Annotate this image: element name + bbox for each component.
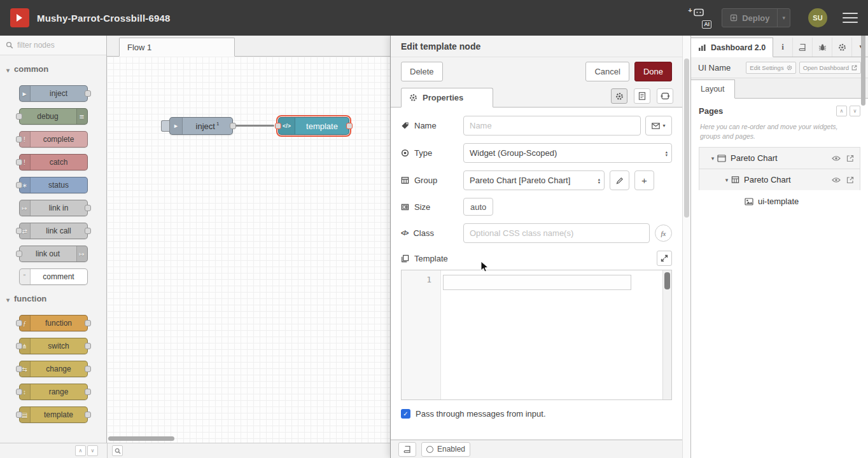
tab-flow-1[interactable]: Flow 1 [119,38,235,57]
tab-info[interactable]: i [773,38,793,57]
edit-group-button[interactable] [610,170,629,190]
palette-expand-button[interactable]: ∨ [87,445,98,456]
tray-scrollbar[interactable] [682,36,690,458]
canvas-node-inject[interactable]: ► inject1 [169,117,233,135]
main-menu-button[interactable] [843,13,858,23]
name-input[interactable] [463,116,641,135]
output-port[interactable] [85,389,91,395]
node-help-button[interactable] [398,442,416,457]
visibility-toggle[interactable] [832,155,841,162]
palette-node-comment[interactable]: “ comment [19,268,88,285]
passthrough-checkbox[interactable]: ✓ [401,409,410,419]
deploy-button[interactable]: Deploy ▾ [722,8,790,27]
input-port[interactable] [16,343,22,349]
palette-collapse-button[interactable]: ∧ [75,445,86,456]
tab-config-nodes[interactable] [832,38,852,57]
editor-scrollbar-thumb[interactable] [664,272,670,289]
open-group-button[interactable] [846,176,854,184]
expand-all-button[interactable]: ∨ [850,106,860,116]
expand-editor-button[interactable] [657,251,672,266]
input-port[interactable] [16,159,22,165]
class-input[interactable] [463,223,650,243]
ai-assistant-button[interactable]: + AI [687,7,711,29]
input-port[interactable] [16,389,22,395]
palette-node-status[interactable]: ∗ status [19,177,88,193]
palette-category-function[interactable]: ▾ function [0,285,106,309]
input-port[interactable] [16,412,22,418]
editor-content[interactable] [441,270,662,399]
output-port[interactable] [85,205,91,211]
delete-button[interactable]: Delete [401,62,443,81]
inject-trigger-button[interactable] [161,120,170,132]
input-port[interactable] [16,136,22,142]
deploy-options-caret[interactable]: ▾ [777,9,790,27]
visibility-toggle[interactable] [832,177,841,183]
palette-node-label: link out [20,246,76,261]
output-port[interactable] [85,320,91,326]
output-port[interactable] [85,343,91,349]
type-select[interactable]: Widget (Group-Scoped) ▴▾ [463,143,672,163]
edit-settings-button[interactable]: Edit Settings [746,62,795,74]
tray-scrollbar-thumb[interactable] [684,59,689,218]
tab-layout[interactable]: Layout [691,80,735,99]
editor-scrollbar[interactable] [662,270,671,399]
palette-node-link-call[interactable]: ⇄ link call [19,223,88,239]
palette-node-inject[interactable]: ► inject [19,85,88,102]
open-dashboard-button[interactable]: Open Dashboard [799,62,861,74]
canvas-node-template[interactable]: </> template [278,117,349,135]
editor-field-outline[interactable] [443,275,631,290]
output-port[interactable] [346,123,353,129]
enabled-toggle-button[interactable]: Enabled [421,442,470,457]
group-select[interactable]: Pareto Chart [Pareto Chart] ▴▾ [463,170,605,190]
palette-node-complete[interactable]: ! complete [19,131,88,148]
palette-node-template[interactable]: ▤ template [19,406,88,423]
size-auto-button[interactable]: auto [463,198,493,216]
palette-category-common[interactable]: ▾ common [0,55,106,79]
wire[interactable] [235,125,274,127]
chevron-down-icon[interactable]: ▾ [708,155,717,162]
open-page-button[interactable] [846,155,854,162]
fx-button[interactable]: fx [655,225,672,242]
done-button[interactable]: Done [634,62,672,81]
palette-node-link-in[interactable]: ↦ link in [19,200,88,216]
name-label-options-button[interactable]: ▾ [645,116,672,135]
input-port[interactable] [16,182,22,188]
output-port[interactable] [85,366,91,372]
tree-row-widget[interactable]: ui-template [699,190,860,212]
output-port[interactable] [85,228,91,234]
palette-node-catch[interactable]: ! catch [19,154,88,170]
tree-row-group[interactable]: ▾ Pareto Chart [699,169,860,191]
palette-node-change[interactable]: ⇆ change [19,361,88,377]
tab-debug[interactable] [813,38,832,57]
palette-node-function[interactable]: ƒ function [19,315,88,331]
appearance-icon-button[interactable] [657,88,673,104]
input-port[interactable] [16,113,22,120]
horizontal-scrollbar[interactable] [108,436,174,441]
input-port[interactable] [275,123,281,129]
properties-icon-button[interactable] [611,88,627,104]
template-code-editor[interactable]: 1 [401,270,672,400]
palette-search-input[interactable] [17,41,101,50]
palette-node-debug[interactable]: debug ≣ [19,108,88,125]
palette-node-switch[interactable]: ⋔ switch [19,338,88,354]
input-port[interactable] [16,320,22,326]
tab-dashboard-2[interactable]: Dashboard 2.0 [691,38,773,57]
palette-node-link-out[interactable]: link out ↦ [19,246,88,262]
chevron-down-icon[interactable]: ▾ [722,177,731,183]
input-port[interactable] [16,366,22,372]
output-port[interactable] [85,90,91,97]
collapse-all-button[interactable]: ∧ [836,106,847,116]
search-flows-button[interactable] [112,445,123,456]
add-group-button[interactable]: + [634,170,654,190]
palette-node-range[interactable]: ↕ range [19,384,88,400]
output-port[interactable] [85,412,91,418]
app-logo[interactable] [10,8,29,27]
tab-help[interactable] [793,38,813,57]
description-icon-button[interactable] [634,88,650,104]
input-port[interactable] [16,251,22,257]
tree-row-page[interactable]: ▾ Pareto Chart [699,147,860,169]
cancel-button[interactable]: Cancel [585,62,629,81]
user-avatar[interactable]: SU [808,8,827,27]
input-port[interactable] [16,228,22,234]
tab-properties[interactable]: Properties [401,88,493,108]
